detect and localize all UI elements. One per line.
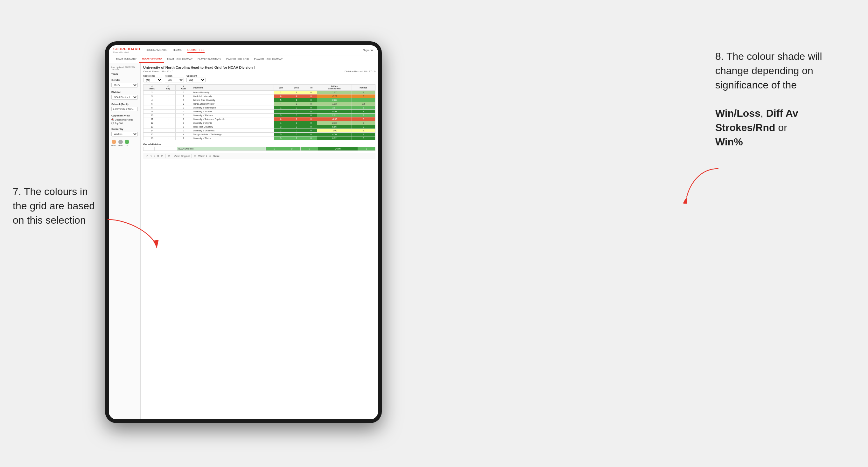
toolbar-sep2 (172, 154, 172, 158)
toolbar-sep1 (165, 154, 165, 158)
annotation-left: 7. The colours in the grid are based on … (13, 185, 102, 227)
toolbar-watch[interactable]: Watch ▾ (198, 155, 208, 157)
cell-tie: 0 (305, 117, 317, 121)
cell-reg: - (161, 125, 175, 129)
sub-nav: TEAM SUMMARY TEAM H2H GRID TEAM H2H HEAT… (109, 55, 378, 63)
conference-select[interactable]: (All) (143, 77, 162, 83)
out-div-name: NCAA Division II (177, 147, 266, 151)
sidebar-gender-section: Gender Men's (111, 79, 138, 88)
header-tie: Tie (305, 85, 317, 91)
cell-rounds: 8 (351, 114, 375, 117)
cell-diff: 9.00 (317, 110, 351, 114)
sub-nav-team-summary[interactable]: TEAM SUMMARY (113, 55, 139, 63)
toolbar-clock[interactable]: ⏱ (167, 155, 170, 157)
data-grid: #Rank #Reg #Conf Opponent Win Loss Tie D… (143, 84, 375, 140)
cell-reg: - (161, 106, 175, 110)
toolbar-eye: 👁 (194, 155, 196, 157)
cell-loss: 0 (288, 121, 305, 125)
nav-teams[interactable]: TEAMS (173, 48, 182, 53)
cell-rounds: 2 (351, 110, 375, 114)
cell-reg: - (161, 110, 175, 114)
nav-tournaments[interactable]: TOURNAMENTS (145, 48, 167, 53)
cell-win: 2 (274, 129, 288, 133)
legend-dot-down (112, 139, 116, 144)
cell-win: 1 (274, 110, 288, 114)
report-subtitle: Overall Record: 89 - 17 - 0 Division Rec… (143, 70, 375, 73)
toolbar-refresh[interactable]: ⟳ (161, 155, 163, 157)
cell-loss: 0 (288, 129, 305, 133)
opponent-select[interactable]: (All) (186, 77, 206, 83)
cell-rank: 13 (144, 125, 161, 129)
cell-loss: 1 (288, 136, 305, 140)
sidebar-colour-by-section: Colour by Win/loss (111, 128, 138, 136)
sub-nav-player-summary[interactable]: PLAYER SUMMARY (195, 55, 224, 63)
cell-win: 5 (274, 98, 288, 102)
cell-diff: 5.56 (317, 125, 351, 129)
top-nav: SCOREBOARD Powered by clippd TOURNAMENTS… (109, 45, 378, 55)
cell-opponent: Vanderbilt University (192, 94, 274, 98)
cell-conf: 1 (175, 125, 192, 129)
nav-committee[interactable]: COMMITTEE (187, 48, 205, 53)
cell-conf: 0 (175, 129, 192, 133)
timestamp: Last Updated: 27/03/2024 16:55:38 (111, 66, 138, 71)
cell-rank: 16 (144, 136, 161, 140)
gender-dropdown[interactable]: Men's (111, 83, 138, 88)
cell-rank: 11 (144, 117, 161, 121)
sidebar-division-section: Division NCAA Division I (111, 91, 138, 100)
cell-conf: 1 (175, 91, 192, 94)
out-of-division-label: Out of division (143, 143, 375, 146)
table-row: 16 - 2 University of Florida 3 1 0 6.62 … (144, 136, 375, 140)
division-dropdown[interactable]: NCAA Division I (111, 95, 138, 100)
toolbar-view-label[interactable]: View: Original (174, 155, 190, 157)
radio-top100[interactable]: Top 100 (111, 122, 138, 124)
out-div-reg (155, 147, 166, 151)
cell-opponent: Arizona State University (192, 98, 274, 102)
cell-reg: - (161, 117, 175, 121)
legend-level: Level (118, 139, 123, 146)
out-div-conf (166, 147, 177, 151)
cell-reg: - (161, 102, 175, 106)
cell-tie: 0 (305, 133, 317, 136)
legend-label-up: Up (126, 145, 128, 146)
toolbar-undo[interactable]: ↩ (146, 155, 148, 157)
opponent-label: Opponent (186, 75, 206, 77)
table-row: 13 - 1 Texas Tech University 3 0 0 5.56 … (144, 125, 375, 129)
division-record: Division Record: 88 - 17 - 0 (345, 70, 375, 73)
sign-out-link[interactable]: | Sign out (362, 49, 374, 52)
cell-tie: 0 (305, 91, 317, 94)
cell-win: 4 (274, 102, 288, 106)
colour-by-dropdown[interactable]: Win/loss (111, 132, 138, 136)
cell-tie: 0 (305, 102, 317, 106)
cell-rank: 9 (144, 110, 161, 114)
cell-loss: 1 (288, 98, 305, 102)
cell-tie: 0 (305, 94, 317, 98)
cell-win: 5 (274, 133, 288, 136)
cell-loss: 1 (288, 91, 305, 94)
toolbar-redo[interactable]: ↪ (150, 155, 152, 157)
logo-area: SCOREBOARD Powered by clippd (113, 47, 140, 53)
cell-win: 0 (274, 117, 288, 121)
radio-opponents-played[interactable]: Opponents Played (111, 118, 138, 121)
annotation-winpct: Win% (715, 136, 743, 148)
header-opponent: Opponent (192, 85, 274, 91)
table-row: 8 - 2 University of Washington 1 0 0 3.6… (144, 106, 375, 110)
cell-conf: 1 (175, 98, 192, 102)
out-div-rank (144, 147, 155, 151)
tableau-toolbar: ↩ ↪ ‹ ⊡ ⟳ ⏱ View: Original 👁 Watch ▾ ⎋ S… (143, 153, 375, 159)
cell-rounds: 9 (351, 91, 375, 94)
sub-nav-player-h2h-grid[interactable]: PLAYER H2H GRID (224, 55, 251, 63)
cell-conf: 1 (175, 110, 192, 114)
toolbar-reset[interactable]: ⊡ (157, 155, 159, 157)
sub-nav-team-h2h-grid[interactable]: TEAM H2H GRID (139, 55, 164, 63)
table-row: 3 - 2 Vanderbilt University 0 4 0 -2.29 … (144, 94, 375, 98)
toolbar-back[interactable]: ‹ (154, 155, 155, 157)
sub-nav-team-h2h-heatmap[interactable]: TEAM H2H HEATMAP (164, 55, 195, 63)
school-input[interactable]: 1. University of Nort... (111, 107, 138, 111)
header-rank: #Rank (144, 85, 161, 91)
toolbar-share[interactable]: Share (213, 155, 220, 157)
cell-loss: 0 (288, 110, 305, 114)
region-select[interactable]: (All) (165, 77, 184, 83)
cell-reg: - (161, 114, 175, 117)
sub-nav-player-h2h-heatmap[interactable]: PLAYER H2H HEATMAP (251, 55, 285, 63)
table-row: 14 - 0 University of Oklahoma 2 0 0 -1.0… (144, 129, 375, 133)
